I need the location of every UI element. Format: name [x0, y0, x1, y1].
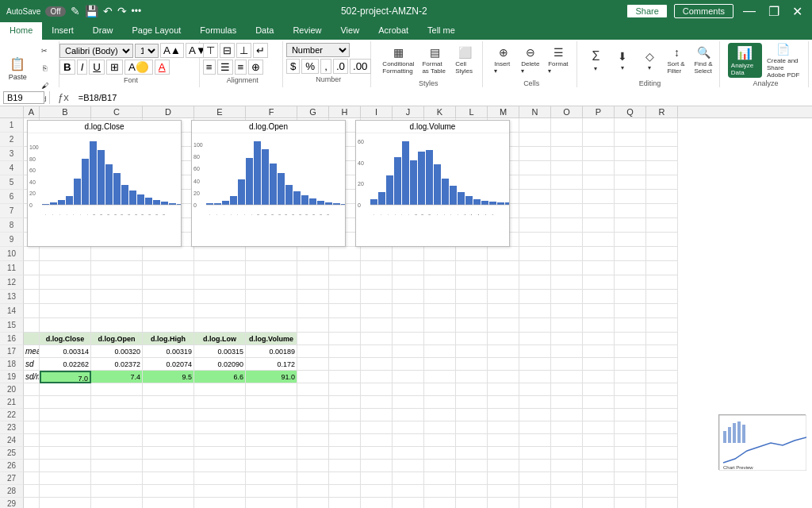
- cell-B21[interactable]: [40, 396, 91, 409]
- cell-B16[interactable]: d.log.Close: [40, 333, 91, 345]
- cell-J10[interactable]: [393, 247, 424, 261]
- cell-H11[interactable]: [329, 261, 361, 275]
- cell-E25[interactable]: [194, 447, 246, 460]
- cell-P24[interactable]: [583, 434, 615, 447]
- cell-K10[interactable]: [424, 247, 456, 261]
- cell-P29[interactable]: [583, 498, 615, 508]
- find-select-button[interactable]: 🔍 Find & Select: [691, 43, 716, 78]
- cell-M16[interactable]: [488, 333, 519, 345]
- cell-C19[interactable]: 7.4: [91, 371, 143, 383]
- cell-C11[interactable]: [91, 261, 143, 275]
- cell-R27[interactable]: [646, 472, 678, 485]
- format-as-table-button[interactable]: ▤ Format as Table: [419, 43, 450, 78]
- cell-P28[interactable]: [583, 485, 615, 498]
- cell-R2[interactable]: [646, 133, 678, 147]
- cell-O2[interactable]: [551, 133, 583, 147]
- cell-G24[interactable]: [297, 434, 329, 447]
- cell-C23[interactable]: [91, 421, 143, 434]
- cell-H29[interactable]: [329, 498, 361, 508]
- cell-M15[interactable]: [488, 318, 519, 333]
- minimize-btn[interactable]: —: [740, 4, 759, 18]
- cell-O9[interactable]: [551, 233, 583, 247]
- font-color-button[interactable]: A: [155, 60, 170, 75]
- cell-C12[interactable]: [91, 275, 143, 290]
- cell-R15[interactable]: [646, 318, 678, 333]
- cell-F28[interactable]: [246, 485, 297, 498]
- cell-J14[interactable]: [393, 304, 424, 318]
- cell-O16[interactable]: [551, 333, 583, 345]
- cell-L12[interactable]: [456, 275, 488, 290]
- cell-I20[interactable]: [361, 383, 393, 396]
- cell-J27[interactable]: [393, 472, 424, 485]
- row-num-20[interactable]: 20: [0, 383, 24, 396]
- sum-button[interactable]: Σ ▾: [583, 43, 608, 78]
- insert-button[interactable]: ⊕ Insert ▾: [491, 43, 516, 78]
- cell-J28[interactable]: [393, 485, 424, 498]
- row-num-14[interactable]: 14: [0, 304, 24, 318]
- cell-D28[interactable]: [143, 485, 194, 498]
- ribbon-tab-formulas[interactable]: Formulas: [190, 22, 246, 40]
- cell-J23[interactable]: [393, 421, 424, 434]
- cell-N27[interactable]: [519, 472, 551, 485]
- cell-N3[interactable]: [519, 147, 551, 161]
- delete-button[interactable]: ⊖ Delete ▾: [518, 43, 543, 78]
- row-num-24[interactable]: 24: [0, 434, 24, 447]
- create-share-adobe-button[interactable]: 📄 Create and Share Adobe PDF: [764, 43, 803, 78]
- cell-O13[interactable]: [551, 290, 583, 304]
- cell-O6[interactable]: [551, 190, 583, 204]
- cell-Q6[interactable]: [615, 190, 646, 204]
- cell-J15[interactable]: [393, 318, 424, 333]
- cell-N2[interactable]: [519, 133, 551, 147]
- cell-M20[interactable]: [488, 383, 519, 396]
- align-center-button[interactable]: ☰: [217, 60, 233, 75]
- cell-H20[interactable]: [329, 383, 361, 396]
- increase-decimal-button[interactable]: .0: [333, 59, 348, 74]
- col-header-A[interactable]: A: [24, 106, 40, 117]
- currency-button[interactable]: $: [286, 59, 300, 74]
- cell-R9[interactable]: [646, 233, 678, 247]
- cell-A20[interactable]: [24, 383, 40, 396]
- cell-K20[interactable]: [424, 383, 456, 396]
- cell-Q14[interactable]: [615, 304, 646, 318]
- cell-B24[interactable]: [40, 434, 91, 447]
- cell-G20[interactable]: [297, 383, 329, 396]
- cell-H19[interactable]: [329, 371, 361, 383]
- row-num-13[interactable]: 13: [0, 290, 24, 304]
- cell-H12[interactable]: [329, 275, 361, 290]
- cell-D15[interactable]: [143, 318, 194, 333]
- cell-H16[interactable]: [329, 333, 361, 345]
- cell-A19[interactable]: sd/mean: [24, 371, 40, 383]
- cell-A13[interactable]: [24, 290, 40, 304]
- cell-O14[interactable]: [551, 304, 583, 318]
- cell-A17[interactable]: mean: [24, 345, 40, 358]
- ribbon-tab-tell-me[interactable]: Tell me: [418, 22, 465, 40]
- row-num-19[interactable]: 19: [0, 371, 24, 383]
- cell-A21[interactable]: [24, 396, 40, 409]
- cell-P5[interactable]: [583, 175, 615, 190]
- cell-E15[interactable]: [194, 318, 246, 333]
- cell-M21[interactable]: [488, 396, 519, 409]
- cell-reference[interactable]: [3, 91, 44, 104]
- cell-A29[interactable]: [24, 498, 40, 508]
- cell-R3[interactable]: [646, 147, 678, 161]
- cell-P17[interactable]: [583, 345, 615, 358]
- row-num-23[interactable]: 23: [0, 421, 24, 434]
- cell-B12[interactable]: [40, 275, 91, 290]
- cell-H14[interactable]: [329, 304, 361, 318]
- cell-G28[interactable]: [297, 485, 329, 498]
- cell-K23[interactable]: [424, 421, 456, 434]
- cell-J18[interactable]: [393, 358, 424, 371]
- cell-I11[interactable]: [361, 261, 393, 275]
- cell-P11[interactable]: [583, 261, 615, 275]
- cell-G15[interactable]: [297, 318, 329, 333]
- cell-R23[interactable]: [646, 421, 678, 434]
- cell-L25[interactable]: [456, 447, 488, 460]
- undo-icon[interactable]: ↶: [103, 5, 113, 17]
- cell-E20[interactable]: [194, 383, 246, 396]
- row-num-25[interactable]: 25: [0, 447, 24, 460]
- cell-N26[interactable]: [519, 460, 551, 472]
- cell-J13[interactable]: [393, 290, 424, 304]
- row-num-9[interactable]: 9: [0, 233, 24, 247]
- fill-button[interactable]: ⬇ ▾: [610, 43, 635, 78]
- cell-K16[interactable]: [424, 333, 456, 345]
